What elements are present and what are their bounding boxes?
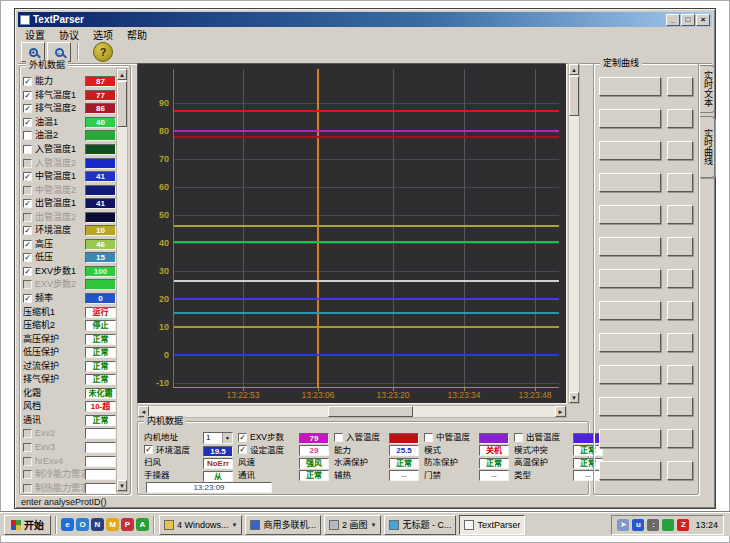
custom-curve-value-button[interactable]: [667, 77, 693, 96]
checkbox[interactable]: [23, 131, 32, 140]
checkbox[interactable]: [23, 186, 32, 195]
tab-realtime-text[interactable]: 实时文本: [700, 65, 715, 113]
dropdown-arrow-icon[interactable]: ▼: [371, 522, 377, 528]
custom-curve-button[interactable]: [599, 333, 661, 352]
custom-curve-button[interactable]: [599, 109, 661, 128]
custom-curve-value-button[interactable]: [667, 461, 693, 480]
taskbar-untitled[interactable]: 无标题 - C...: [384, 515, 456, 535]
checkbox[interactable]: [23, 145, 32, 154]
dropdown-arrow-icon[interactable]: ▼: [222, 433, 232, 443]
checkbox[interactable]: ✓: [23, 253, 32, 262]
taskbar-textparser[interactable]: TextParser: [459, 515, 525, 535]
custom-curve-button[interactable]: [599, 237, 661, 256]
custom-curve-value-button[interactable]: [667, 397, 693, 416]
custom-curve-button[interactable]: [599, 397, 661, 416]
checkbox[interactable]: [23, 280, 32, 289]
tray-dots-icon[interactable]: :: [647, 519, 659, 531]
tray-launch-icon[interactable]: ➤: [617, 519, 629, 531]
checkbox[interactable]: [23, 470, 32, 479]
chart-vscroll-thumb[interactable]: [569, 76, 579, 116]
maximize-button[interactable]: □: [681, 14, 695, 26]
checkbox[interactable]: ✓: [23, 267, 32, 276]
custom-curve-button[interactable]: [599, 365, 661, 384]
custom-curve-button[interactable]: [599, 173, 661, 192]
scroll-down-icon[interactable]: ▼: [569, 392, 579, 403]
chart-vertical-scrollbar[interactable]: ▲ ▼: [568, 63, 580, 404]
tray-antivirus-icon[interactable]: [662, 519, 674, 531]
custom-curve-button[interactable]: [599, 141, 661, 160]
checkbox[interactable]: ✓: [23, 118, 32, 127]
quicklaunch-navigator-icon[interactable]: N: [91, 518, 104, 531]
checkbox[interactable]: ✓: [144, 445, 153, 454]
checkbox[interactable]: ✓: [23, 172, 32, 181]
checkbox[interactable]: ✓: [238, 445, 247, 454]
quicklaunch-ie-icon[interactable]: e: [61, 518, 74, 531]
checkbox[interactable]: ✓: [23, 104, 32, 113]
custom-curve-value-button[interactable]: [667, 333, 693, 352]
custom-curve-button[interactable]: [599, 77, 661, 96]
indoor-address-dropdown[interactable]: 1▼: [203, 432, 233, 444]
menu-protocol[interactable]: 协议: [52, 27, 86, 42]
custom-curve-button[interactable]: [599, 461, 661, 480]
scroll-up-icon[interactable]: ▲: [117, 69, 127, 80]
custom-curve-button[interactable]: [599, 429, 661, 448]
scroll-up-icon[interactable]: ▲: [569, 64, 579, 75]
quicklaunch-mail-icon[interactable]: M: [106, 518, 119, 531]
checkbox[interactable]: [23, 213, 32, 222]
custom-curve-value-button[interactable]: [667, 141, 693, 160]
minimize-button[interactable]: _: [666, 14, 680, 26]
left-panel-scrollbar[interactable]: ▲ ▼: [116, 68, 128, 492]
checkbox[interactable]: [23, 484, 32, 493]
custom-curve-value-button[interactable]: [667, 237, 693, 256]
chart-plot-area[interactable]: 9080706050403020100-1013:22:5313:23:0613…: [139, 65, 565, 402]
checkbox[interactable]: ✓: [23, 199, 32, 208]
left-scrollbar-thumb[interactable]: [117, 81, 127, 127]
checkbox[interactable]: ✓: [23, 77, 32, 86]
help-button[interactable]: ?: [93, 42, 113, 62]
chart-hscroll-thumb[interactable]: [328, 406, 413, 417]
menu-help[interactable]: 帮助: [120, 27, 154, 42]
checkbox[interactable]: [23, 159, 32, 168]
checkbox[interactable]: [23, 429, 32, 438]
tray-messenger-icon[interactable]: u: [632, 519, 644, 531]
quicklaunch-browser-icon[interactable]: O: [76, 518, 89, 531]
checkbox[interactable]: ✓: [238, 433, 247, 442]
scroll-down-icon[interactable]: ▼: [117, 480, 127, 491]
custom-curve-button[interactable]: [599, 269, 661, 288]
start-button[interactable]: 开始: [4, 515, 51, 535]
quicklaunch-player-icon[interactable]: P: [121, 518, 134, 531]
custom-curve-value-button[interactable]: [667, 205, 693, 224]
checkbox[interactable]: [514, 433, 523, 442]
taskbar-windows-group[interactable]: 4 Windows...▼: [159, 515, 242, 535]
realtime-curve-chart[interactable]: 9080706050403020100-1013:22:5313:23:0613…: [137, 63, 567, 404]
checkbox[interactable]: [23, 443, 32, 452]
tab-realtime-curve[interactable]: 实时曲线: [700, 116, 715, 178]
custom-curve-value-button[interactable]: [667, 109, 693, 128]
scroll-right-icon[interactable]: ►: [555, 406, 566, 417]
custom-curve-value-button[interactable]: [667, 173, 693, 192]
close-button[interactable]: ×: [696, 14, 710, 26]
checkbox[interactable]: ✓: [23, 226, 32, 235]
zoom-in-button[interactable]: +: [21, 42, 45, 62]
checkbox[interactable]: ✓: [23, 240, 32, 249]
dropdown-arrow-icon[interactable]: ▼: [232, 522, 238, 528]
checkbox[interactable]: [334, 433, 343, 442]
taskbar-app[interactable]: 商用多联机...: [245, 515, 321, 535]
custom-curve-button[interactable]: [599, 205, 661, 224]
custom-curve-value-button[interactable]: [667, 301, 693, 320]
zoom-out-button[interactable]: -: [47, 42, 71, 62]
taskbar-paint-group[interactable]: 2 画图▼: [324, 515, 381, 535]
checkbox[interactable]: [424, 433, 433, 442]
tray-thunder-icon[interactable]: Z: [677, 519, 689, 531]
custom-curve-value-button[interactable]: [667, 365, 693, 384]
custom-curve-value-button[interactable]: [667, 269, 693, 288]
custom-curve-value-button[interactable]: [667, 429, 693, 448]
menu-options[interactable]: 选项: [86, 27, 120, 42]
menu-settings[interactable]: 设置: [18, 27, 52, 42]
checkbox[interactable]: [23, 457, 32, 466]
chart-horizontal-scrollbar[interactable]: ◄ ►: [137, 405, 567, 418]
custom-curve-button[interactable]: [599, 301, 661, 320]
checkbox[interactable]: ✓: [23, 294, 32, 303]
quicklaunch-antivirus-icon[interactable]: A: [136, 518, 149, 531]
checkbox[interactable]: ✓: [23, 91, 32, 100]
